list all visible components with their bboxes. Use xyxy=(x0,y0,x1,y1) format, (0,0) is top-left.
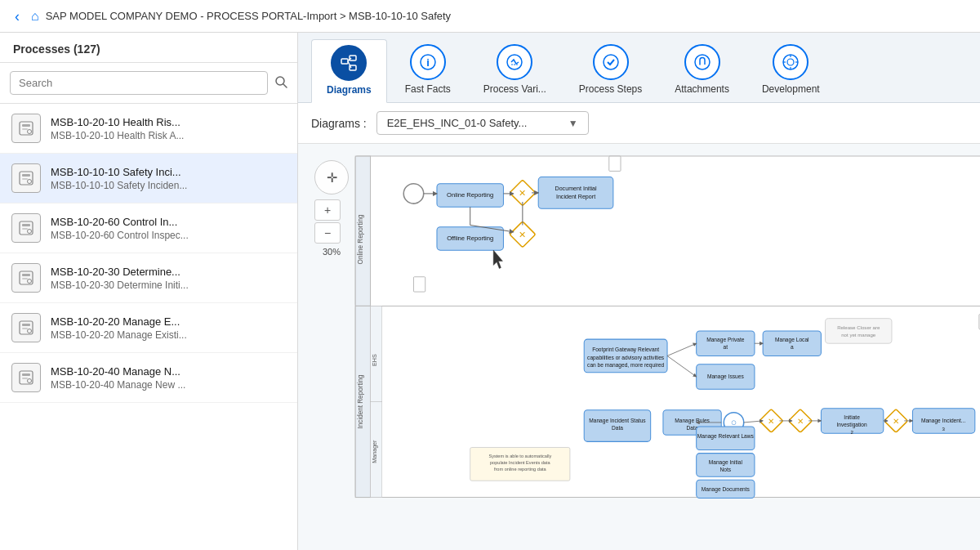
zoom-in-button[interactable]: + xyxy=(314,199,341,221)
sidebar-item-text: MSB-10-20-20 Manage E... MSB-10-20-20 Ma… xyxy=(51,315,187,341)
svg-text:Manage Issues: Manage Issues xyxy=(707,373,745,380)
tab-attachments[interactable]: Attachments xyxy=(660,39,744,102)
back-button[interactable]: ‹ xyxy=(10,7,24,25)
sidebar-item-msb-10-10-10[interactable]: MSB-10-10-10 Safety Inci... MSB-10-10-10… xyxy=(0,154,297,203)
svg-rect-78 xyxy=(697,331,755,356)
zoom-controls: + − xyxy=(314,199,349,244)
svg-rect-8 xyxy=(22,178,28,180)
svg-rect-15 xyxy=(22,274,30,276)
tab-label-development: Development xyxy=(762,83,820,95)
sidebar-item-text: MSB-10-20-10 Health Ris... MSB-10-20-10 … xyxy=(51,116,184,141)
svg-rect-4 xyxy=(22,128,28,130)
svg-text:Offline Reporting: Offline Reporting xyxy=(447,235,493,242)
svg-rect-7 xyxy=(22,174,30,177)
process-icon xyxy=(11,114,41,143)
svg-point-35 xyxy=(695,55,710,69)
svg-text:Nots: Nots xyxy=(720,467,732,472)
sidebar-item-msb-10-20-20[interactable]: MSB-10-20-20 Manage E... MSB-10-20-20 Ma… xyxy=(0,303,297,353)
sidebar-item-title: MSB-10-20-40 Manage N... xyxy=(51,365,185,378)
svg-text:Manage Relevant Laws: Manage Relevant Laws xyxy=(697,433,755,440)
tab-icon-process-vari xyxy=(497,44,532,80)
sidebar-item-msb-10-20-10[interactable]: MSB-10-20-10 Health Ris... MSB-10-20-10 … xyxy=(0,104,297,154)
svg-text:Investigation: Investigation xyxy=(837,422,867,428)
content-area: Diagrams i Fast Facts Process Vari... Pr… xyxy=(298,33,980,550)
tab-development[interactable]: Development xyxy=(747,39,835,102)
sidebar-item-text: MSB-10-20-60 Control In... MSB-10-20-60 … xyxy=(51,216,189,241)
svg-rect-109 xyxy=(697,454,755,477)
svg-text:Document Initial: Document Initial xyxy=(555,186,597,192)
tab-icon-fast-facts: i xyxy=(410,44,446,80)
svg-text:not yet manage: not yet manage xyxy=(841,332,876,338)
sidebar-item-title: MSB-10-20-20 Manage E... xyxy=(51,315,187,328)
sidebar-item-title: MSB-10-10-10 Safety Inci... xyxy=(51,166,187,178)
svg-point-9 xyxy=(28,180,32,184)
zoom-out-button[interactable]: − xyxy=(314,222,341,244)
sidebar-item-msb-10-20-30[interactable]: MSB-10-20-30 Determine... MSB-10-20-30 D… xyxy=(0,253,297,303)
svg-rect-19 xyxy=(22,324,30,326)
svg-text:✕: ✕ xyxy=(768,417,774,426)
svg-text:Online Reporting: Online Reporting xyxy=(357,214,364,264)
tab-diagrams[interactable]: Diagrams xyxy=(311,39,387,103)
svg-text:✕: ✕ xyxy=(893,417,899,426)
diagram-dropdown[interactable]: E2E_EHS_INC_01-0 Safety... ▼ xyxy=(376,111,589,135)
svg-text:Initiate: Initiate xyxy=(844,414,860,420)
svg-text:Online Reporting: Online Reporting xyxy=(447,191,493,199)
svg-rect-24 xyxy=(22,378,28,379)
tab-label-fast-facts: Fast Facts xyxy=(405,83,451,95)
diagram-dropdown-text: E2E_EHS_INC_01-0 Safety... xyxy=(387,117,562,129)
svg-text:EHS: EHS xyxy=(372,354,378,366)
svg-rect-12 xyxy=(22,228,28,230)
diagram-canvas[interactable]: ✛ + − 30% Online Reporting Incide xyxy=(298,144,980,550)
breadcrumb: SAP MODEL COMPANY DEMO - PROCESS PORTAL-… xyxy=(46,10,451,22)
sidebar-item-subtitle: MSB-10-20-40 Manage New ... xyxy=(51,379,185,391)
svg-text:✕: ✕ xyxy=(797,417,804,426)
svg-text:Manage Initial: Manage Initial xyxy=(709,459,743,466)
pan-control[interactable]: ✛ xyxy=(314,160,349,195)
svg-text:✕: ✕ xyxy=(519,188,526,198)
svg-rect-23 xyxy=(22,373,30,376)
search-input[interactable] xyxy=(10,71,268,95)
svg-line-1 xyxy=(283,84,287,87)
sidebar-title: Processes (127) xyxy=(0,33,297,63)
sidebar-item-subtitle: MSB-10-10-10 Safety Inciden... xyxy=(51,180,187,191)
process-icon xyxy=(11,313,41,342)
svg-point-21 xyxy=(28,329,32,333)
svg-rect-26 xyxy=(341,59,348,64)
tab-process-steps[interactable]: Process Steps xyxy=(564,39,657,102)
svg-rect-66 xyxy=(413,277,425,292)
sidebar-item-text: MSB-10-10-10 Safety Inci... MSB-10-10-10… xyxy=(51,166,187,191)
sidebar-item-subtitle: MSB-10-20-30 Determine Initi... xyxy=(51,279,189,291)
tab-icon-attachments xyxy=(684,44,720,80)
tab-icon-diagrams xyxy=(331,45,367,81)
chevron-down-icon: ▼ xyxy=(568,118,578,129)
svg-point-37 xyxy=(787,59,794,65)
svg-point-53 xyxy=(403,184,423,203)
sidebar-item-msb-10-20-60[interactable]: MSB-10-20-60 Control In... MSB-10-20-60 … xyxy=(0,203,297,253)
tab-icon-process-steps xyxy=(593,44,629,80)
home-icon[interactable]: ⌂ xyxy=(31,9,39,24)
svg-text:Manage Local: Manage Local xyxy=(775,337,809,343)
svg-text:Incident Report: Incident Report xyxy=(556,194,595,200)
sidebar-item-title: MSB-10-20-60 Control In... xyxy=(51,216,189,228)
tab-label-process-vari: Process Vari... xyxy=(483,83,546,95)
svg-point-34 xyxy=(604,55,618,69)
svg-rect-20 xyxy=(22,328,28,329)
svg-point-17 xyxy=(28,279,32,284)
search-button[interactable] xyxy=(274,75,287,92)
sidebar-item-subtitle: MSB-10-20-10 Health Risk A... xyxy=(51,130,184,141)
sidebar-item-text: MSB-10-20-40 Manage N... MSB-10-20-40 Ma… xyxy=(51,365,185,391)
tab-fast-facts[interactable]: i Fast Facts xyxy=(390,39,466,102)
svg-text:from online reporting data: from online reporting data xyxy=(494,467,547,472)
sidebar-item-msb-10-20-40[interactable]: MSB-10-20-40 Manage N... MSB-10-20-40 Ma… xyxy=(0,353,297,403)
tab-process-vari[interactable]: Process Vari... xyxy=(469,39,561,102)
svg-text:Manage Incident Status: Manage Incident Status xyxy=(589,418,646,424)
sidebar-item-title: MSB-10-20-10 Health Ris... xyxy=(51,116,184,128)
diagram-toolbar: Diagrams : E2E_EHS_INC_01-0 Safety... ▼ xyxy=(298,103,980,144)
svg-rect-81 xyxy=(763,331,821,356)
tab-label-process-steps: Process Steps xyxy=(579,83,642,95)
nav-controls: ✛ + − 30% xyxy=(314,160,349,257)
svg-text:at: at xyxy=(724,344,728,350)
main-layout: Processes (127) MSB-10-20-10 Health Ris xyxy=(0,33,980,550)
svg-text:2: 2 xyxy=(850,429,853,435)
svg-rect-11 xyxy=(22,224,30,226)
